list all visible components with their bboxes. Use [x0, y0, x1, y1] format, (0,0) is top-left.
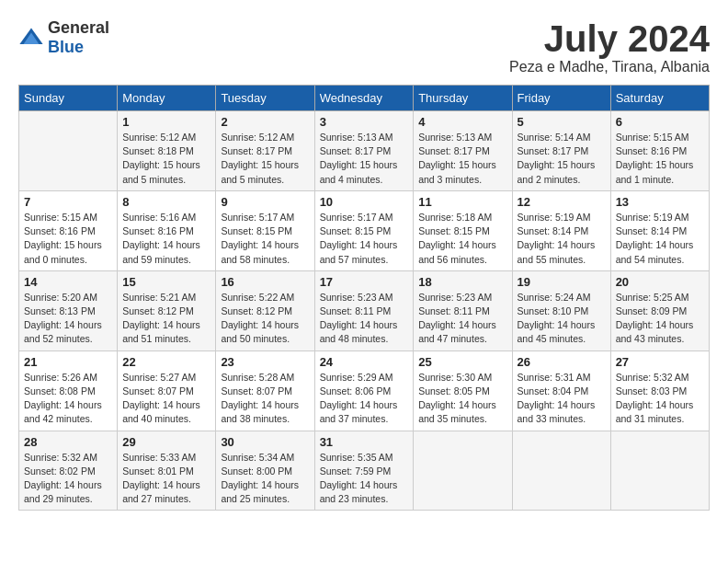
calendar-cell: 28Sunrise: 5:32 AM Sunset: 8:02 PM Dayli…	[19, 431, 118, 511]
day-number: 1	[122, 115, 210, 129]
day-number: 8	[122, 195, 210, 209]
location-title: Peza e Madhe, Tirana, Albania	[509, 59, 710, 75]
day-number: 11	[418, 195, 506, 209]
calendar-week-2: 7Sunrise: 5:15 AM Sunset: 8:16 PM Daylig…	[19, 190, 710, 270]
header-cell-thursday: Thursday	[414, 86, 512, 111]
day-number: 20	[616, 275, 704, 289]
calendar-cell: 4Sunrise: 5:13 AM Sunset: 8:17 PM Daylig…	[414, 111, 512, 191]
calendar-cell: 13Sunrise: 5:19 AM Sunset: 8:14 PM Dayli…	[610, 190, 709, 270]
calendar-cell: 12Sunrise: 5:19 AM Sunset: 8:14 PM Dayli…	[512, 190, 610, 270]
day-info: Sunrise: 5:14 AM Sunset: 8:17 PM Dayligh…	[518, 131, 606, 187]
title-area: July 2024 Peza e Madhe, Tirana, Albania	[509, 18, 710, 75]
day-number: 13	[616, 195, 704, 209]
day-info: Sunrise: 5:28 AM Sunset: 8:07 PM Dayligh…	[221, 371, 309, 427]
calendar-cell: 2Sunrise: 5:12 AM Sunset: 8:17 PM Daylig…	[216, 111, 314, 191]
header: General Blue July 2024 Peza e Madhe, Tir…	[18, 18, 710, 75]
calendar-week-5: 28Sunrise: 5:32 AM Sunset: 8:02 PM Dayli…	[19, 431, 710, 511]
day-number: 23	[221, 355, 309, 369]
day-info: Sunrise: 5:24 AM Sunset: 8:10 PM Dayligh…	[518, 291, 606, 347]
calendar-cell: 9Sunrise: 5:17 AM Sunset: 8:15 PM Daylig…	[216, 190, 314, 270]
day-info: Sunrise: 5:35 AM Sunset: 7:59 PM Dayligh…	[320, 451, 409, 507]
day-info: Sunrise: 5:16 AM Sunset: 8:16 PM Dayligh…	[122, 211, 210, 267]
day-info: Sunrise: 5:13 AM Sunset: 8:17 PM Dayligh…	[320, 131, 409, 187]
day-info: Sunrise: 5:34 AM Sunset: 8:00 PM Dayligh…	[221, 451, 309, 507]
logo-text: General Blue	[48, 18, 109, 57]
day-info: Sunrise: 5:26 AM Sunset: 8:08 PM Dayligh…	[24, 371, 112, 427]
calendar-cell: 14Sunrise: 5:20 AM Sunset: 8:13 PM Dayli…	[19, 270, 118, 350]
month-title: July 2024	[509, 18, 710, 59]
calendar-cell: 18Sunrise: 5:23 AM Sunset: 8:11 PM Dayli…	[414, 270, 512, 350]
calendar-cell: 15Sunrise: 5:21 AM Sunset: 8:12 PM Dayli…	[118, 270, 216, 350]
day-number: 28	[24, 435, 112, 449]
day-number: 19	[518, 275, 606, 289]
calendar-cell	[19, 111, 118, 191]
calendar-cell: 23Sunrise: 5:28 AM Sunset: 8:07 PM Dayli…	[216, 350, 314, 431]
calendar-cell: 10Sunrise: 5:17 AM Sunset: 8:15 PM Dayli…	[314, 190, 414, 270]
day-info: Sunrise: 5:29 AM Sunset: 8:06 PM Dayligh…	[320, 371, 409, 427]
day-number: 15	[122, 275, 210, 289]
day-info: Sunrise: 5:31 AM Sunset: 8:04 PM Dayligh…	[518, 371, 606, 427]
day-info: Sunrise: 5:22 AM Sunset: 8:12 PM Dayligh…	[221, 291, 309, 347]
logo-general: General	[48, 18, 109, 37]
day-number: 12	[518, 195, 606, 209]
logo-icon	[18, 25, 44, 51]
day-number: 2	[221, 115, 309, 129]
calendar-cell: 24Sunrise: 5:29 AM Sunset: 8:06 PM Dayli…	[314, 350, 414, 431]
day-number: 5	[518, 115, 606, 129]
calendar-cell: 5Sunrise: 5:14 AM Sunset: 8:17 PM Daylig…	[512, 111, 610, 191]
calendar-cell: 25Sunrise: 5:30 AM Sunset: 8:05 PM Dayli…	[414, 350, 512, 431]
header-cell-monday: Monday	[118, 86, 216, 111]
day-info: Sunrise: 5:19 AM Sunset: 8:14 PM Dayligh…	[518, 211, 606, 267]
day-info: Sunrise: 5:20 AM Sunset: 8:13 PM Dayligh…	[24, 291, 112, 347]
header-cell-tuesday: Tuesday	[216, 86, 314, 111]
day-number: 6	[616, 115, 704, 129]
calendar-body: 1Sunrise: 5:12 AM Sunset: 8:18 PM Daylig…	[19, 111, 710, 511]
calendar-cell	[610, 431, 709, 511]
header-cell-sunday: Sunday	[19, 86, 118, 111]
day-number: 14	[24, 275, 112, 289]
day-number: 30	[221, 435, 309, 449]
calendar-week-1: 1Sunrise: 5:12 AM Sunset: 8:18 PM Daylig…	[19, 111, 710, 191]
logo: General Blue	[18, 18, 109, 57]
day-number: 31	[320, 435, 409, 449]
day-info: Sunrise: 5:13 AM Sunset: 8:17 PM Dayligh…	[418, 131, 506, 187]
calendar-cell: 30Sunrise: 5:34 AM Sunset: 8:00 PM Dayli…	[216, 431, 314, 511]
calendar-cell: 26Sunrise: 5:31 AM Sunset: 8:04 PM Dayli…	[512, 350, 610, 431]
day-info: Sunrise: 5:32 AM Sunset: 8:03 PM Dayligh…	[616, 371, 704, 427]
day-number: 24	[320, 355, 409, 369]
day-info: Sunrise: 5:12 AM Sunset: 8:18 PM Dayligh…	[122, 131, 210, 187]
calendar-header-row: SundayMondayTuesdayWednesdayThursdayFrid…	[19, 86, 710, 111]
calendar-cell: 7Sunrise: 5:15 AM Sunset: 8:16 PM Daylig…	[19, 190, 118, 270]
header-cell-friday: Friday	[512, 86, 610, 111]
day-info: Sunrise: 5:17 AM Sunset: 8:15 PM Dayligh…	[221, 211, 309, 267]
logo-blue: Blue	[48, 38, 84, 56]
day-info: Sunrise: 5:27 AM Sunset: 8:07 PM Dayligh…	[122, 371, 210, 427]
day-number: 22	[122, 355, 210, 369]
calendar-cell	[512, 431, 610, 511]
day-number: 16	[221, 275, 309, 289]
day-number: 9	[221, 195, 309, 209]
calendar-cell: 8Sunrise: 5:16 AM Sunset: 8:16 PM Daylig…	[118, 190, 216, 270]
day-info: Sunrise: 5:23 AM Sunset: 8:11 PM Dayligh…	[320, 291, 409, 347]
calendar-week-4: 21Sunrise: 5:26 AM Sunset: 8:08 PM Dayli…	[19, 350, 710, 431]
day-info: Sunrise: 5:23 AM Sunset: 8:11 PM Dayligh…	[418, 291, 506, 347]
day-info: Sunrise: 5:17 AM Sunset: 8:15 PM Dayligh…	[320, 211, 409, 267]
day-info: Sunrise: 5:18 AM Sunset: 8:15 PM Dayligh…	[418, 211, 506, 267]
day-number: 17	[320, 275, 409, 289]
day-info: Sunrise: 5:12 AM Sunset: 8:17 PM Dayligh…	[221, 131, 309, 187]
day-number: 21	[24, 355, 112, 369]
day-info: Sunrise: 5:25 AM Sunset: 8:09 PM Dayligh…	[616, 291, 704, 347]
day-number: 27	[616, 355, 704, 369]
calendar-cell: 6Sunrise: 5:15 AM Sunset: 8:16 PM Daylig…	[610, 111, 709, 191]
calendar-cell: 1Sunrise: 5:12 AM Sunset: 8:18 PM Daylig…	[118, 111, 216, 191]
day-number: 25	[418, 355, 506, 369]
day-number: 3	[320, 115, 409, 129]
day-info: Sunrise: 5:19 AM Sunset: 8:14 PM Dayligh…	[616, 211, 704, 267]
calendar-cell: 31Sunrise: 5:35 AM Sunset: 7:59 PM Dayli…	[314, 431, 414, 511]
day-info: Sunrise: 5:15 AM Sunset: 8:16 PM Dayligh…	[616, 131, 704, 187]
day-number: 18	[418, 275, 506, 289]
calendar-week-3: 14Sunrise: 5:20 AM Sunset: 8:13 PM Dayli…	[19, 270, 710, 350]
calendar-cell: 27Sunrise: 5:32 AM Sunset: 8:03 PM Dayli…	[610, 350, 709, 431]
calendar-cell: 22Sunrise: 5:27 AM Sunset: 8:07 PM Dayli…	[118, 350, 216, 431]
header-cell-wednesday: Wednesday	[314, 86, 414, 111]
